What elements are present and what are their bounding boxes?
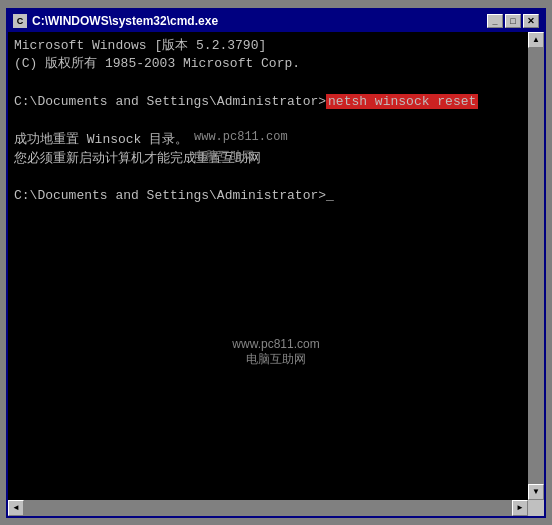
vertical-scrollbar[interactable]: ▲ ▼ xyxy=(528,32,544,500)
scroll-down-button[interactable]: ▼ xyxy=(528,484,544,500)
watermark-label: 电脑互助网 xyxy=(14,351,538,368)
highlighted-command: netsh winsock reset xyxy=(326,94,478,109)
watermark-block: www.pc811.com 电脑互助网 xyxy=(14,337,538,368)
output-line-6: C:\Documents and Settings\Administrator>… xyxy=(14,187,538,206)
scroll-track xyxy=(528,48,544,484)
blank-line-1 xyxy=(14,74,538,93)
watermark-inline-2: 电脑互助网 xyxy=(194,148,254,165)
watermark-url: www.pc811.com xyxy=(14,337,538,351)
cmd-text-area: Microsoft Windows [版本 5.2.3790] (C) 版权所有… xyxy=(14,37,538,320)
minimize-button[interactable]: _ xyxy=(487,14,503,28)
hscroll-track xyxy=(24,500,512,516)
scroll-up-button[interactable]: ▲ xyxy=(528,32,544,48)
title-bar-left: C C:\WINDOWS\system32\cmd.exe xyxy=(13,14,218,28)
cmd-wrapper: Microsoft Windows [版本 5.2.3790] (C) 版权所有… xyxy=(8,32,544,500)
watermark-inline: www.pc811.com xyxy=(194,129,288,146)
output-line-3: C:\Documents and Settings\Administrator>… xyxy=(14,93,538,112)
title-buttons: _ □ ✕ xyxy=(487,14,539,28)
blank-line-3 xyxy=(14,168,538,187)
output-line-1: Microsoft Windows [版本 5.2.3790] xyxy=(14,37,538,56)
output-text-4: 成功地重置 Winsock 目录。 xyxy=(14,132,188,147)
scroll-right-button[interactable]: ► xyxy=(512,500,528,516)
title-bar: C C:\WINDOWS\system32\cmd.exe _ □ ✕ xyxy=(8,10,544,32)
horizontal-scrollbar[interactable]: ◄ ► xyxy=(8,500,544,516)
window-icon: C xyxy=(13,14,27,28)
output-line-5: 您必须重新启动计算机才能完成重置互助网 电脑互助网 xyxy=(14,150,538,169)
cmd-window: C C:\WINDOWS\system32\cmd.exe _ □ ✕ Micr… xyxy=(6,8,546,518)
window-title: C:\WINDOWS\system32\cmd.exe xyxy=(32,14,218,28)
scroll-left-button[interactable]: ◄ xyxy=(8,500,24,516)
output-line-2: (C) 版权所有 1985-2003 Microsoft Corp. xyxy=(14,55,538,74)
close-button[interactable]: ✕ xyxy=(523,14,539,28)
scrollbar-corner xyxy=(528,500,544,516)
maximize-button[interactable]: □ xyxy=(505,14,521,28)
cmd-main: Microsoft Windows [版本 5.2.3790] (C) 版权所有… xyxy=(8,32,544,500)
output-line-4: 成功地重置 Winsock 目录。 www.pc811.com xyxy=(14,131,538,150)
